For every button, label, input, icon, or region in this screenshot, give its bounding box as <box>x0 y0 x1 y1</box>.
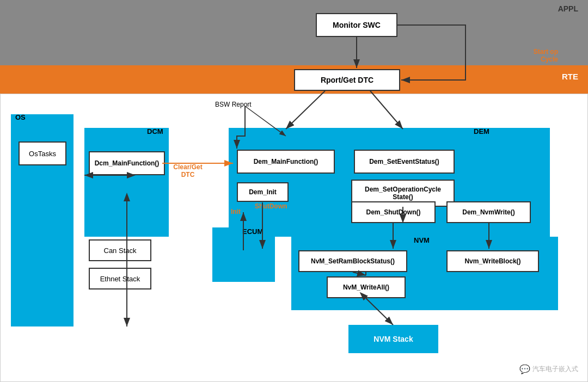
ethnet-stack-label: Ethnet Stack <box>100 275 140 283</box>
nvm-write-all-box: NvM_WriteAll() <box>327 276 406 298</box>
dem-main-func-label: Dem_MainFunction() <box>254 158 318 165</box>
dcm-label: DCM <box>147 127 163 135</box>
nvm-write-all-label: NvM_WriteAll() <box>343 284 389 291</box>
dem-init-label: Dem_Init <box>249 188 277 196</box>
dem-main-func-box: Dem_MainFunction() <box>237 150 335 174</box>
dem-nvm-write-box: Dem_NvmWrite() <box>446 201 531 223</box>
ecum-box <box>212 227 275 282</box>
init-label: Init <box>231 208 241 215</box>
nvm-stack-box: NVM Stack <box>348 325 438 353</box>
dem-label: DEM <box>474 127 489 135</box>
dem-shutdown-box: Dem_ShutDown() <box>351 201 436 223</box>
dem-nvm-write-label: Dem_NvmWrite() <box>462 208 514 216</box>
dcm-box <box>84 128 169 237</box>
ecum-label: ECUM <box>242 227 263 236</box>
ostasks-label: OsTasks <box>29 150 56 158</box>
monitor-swc-box: Monitor SWC <box>316 13 397 37</box>
start-op-cycle-label: Start opCycle <box>534 48 558 63</box>
appl-label: APPL <box>558 4 578 13</box>
dem-set-event-label: Dem_SetEventStatus() <box>369 158 439 165</box>
ostasks-box: OsTasks <box>19 141 66 165</box>
nvm-set-ram-label: NvM_SetRamBlockStatus() <box>311 257 395 265</box>
rport-dtc-box: Rport/Get DTC <box>294 69 400 91</box>
nvm-write-block-label: Nvm_WriteBlock() <box>464 257 520 265</box>
can-stack-box: Can Stack <box>89 239 151 261</box>
wechat-icon: 💬 <box>519 364 530 374</box>
watermark: 💬 汽车电子嵌入式 <box>519 364 578 374</box>
ethnet-stack-box: Ethnet Stack <box>89 268 151 289</box>
nvm-stack-label: NVM Stack <box>373 335 413 343</box>
dcm-main-label: Dcm_MainFunction() <box>95 159 160 167</box>
dem-set-event-box: Dem_SetEventStatus() <box>354 150 455 174</box>
clear-get-dtc-label: Clear/GetDTC <box>166 163 210 178</box>
rte-label: RTE <box>562 72 578 81</box>
dem-set-op-label: Dem_SetOperationCycleState() <box>365 186 441 201</box>
rport-dtc-label: Rport/Get DTC <box>321 76 373 84</box>
dcm-main-box: Dcm_MainFunction() <box>89 151 165 175</box>
nvm-box <box>291 237 558 310</box>
bsw-report-label: BSW Report <box>215 101 252 108</box>
nvm-set-ram-box: NvM_SetRamBlockStatus() <box>298 250 407 272</box>
nvm-write-block-box: Nvm_WriteBlock() <box>446 250 539 272</box>
dem-init-box: Dem_Init <box>237 182 289 202</box>
shutdown-label: ShutDown <box>255 202 287 210</box>
appl-band <box>0 0 588 65</box>
nvm-label: NVM <box>414 236 430 244</box>
watermark-text: 汽车电子嵌入式 <box>532 365 578 374</box>
dem-shutdown-label: Dem_ShutDown() <box>366 208 421 216</box>
os-label: OS <box>15 113 26 121</box>
monitor-swc-label: Monitor SWC <box>333 21 381 29</box>
can-stack-label: Can Stack <box>104 247 137 255</box>
